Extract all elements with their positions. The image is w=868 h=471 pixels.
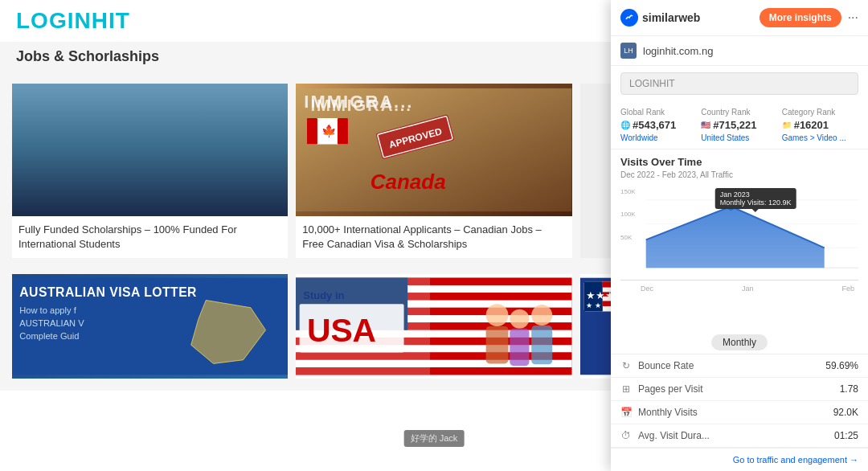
svg-point-8 bbox=[55, 91, 88, 124]
chart-x-labels: Dec Jan Feb bbox=[620, 283, 858, 294]
insights-button[interactable]: More insights bbox=[760, 8, 841, 27]
global-rank-item: Global Rank 🌐 #543,671 Worldwide bbox=[620, 108, 697, 142]
similarweb-panel: similarweb More insights ··· LH loginhit… bbox=[611, 0, 868, 471]
svg-rect-1 bbox=[162, 118, 184, 186]
article-text-graduation: Fully Funded Scholarships – 100% Funded … bbox=[12, 216, 288, 258]
more-options-button[interactable]: ··· bbox=[848, 10, 858, 25]
svg-point-53 bbox=[532, 305, 553, 326]
svg-rect-54 bbox=[486, 326, 509, 363]
svg-rect-18 bbox=[338, 118, 348, 144]
monthly-visits-value: 92.0K bbox=[833, 407, 858, 418]
svg-rect-56 bbox=[532, 326, 553, 364]
svg-rect-3 bbox=[187, 125, 208, 185]
monthly-badge[interactable]: Monthly bbox=[711, 334, 768, 350]
pages-visit-label: Pages per Visit bbox=[638, 383, 703, 395]
chart-tooltip: Jan 2023 Monthly Visits: 120.9K bbox=[715, 188, 796, 209]
bounce-rate-row: ↻ Bounce Rate 59.69% bbox=[611, 354, 868, 378]
pages-visit-value: 1.78 bbox=[840, 383, 858, 395]
monthly-label-area: Monthly bbox=[611, 331, 868, 354]
sw-stats: ↻ Bounce Rate 59.69% ⊞ Pages per Visit 1… bbox=[611, 354, 868, 448]
chart-area: Jan 2023 Monthly Visits: 120.9K 150K 100… bbox=[620, 184, 858, 281]
sw-logo-icon bbox=[620, 9, 638, 27]
sw-footer: Go to traffic and engagement → bbox=[611, 448, 868, 471]
sw-search-bar[interactable]: LOGINHIT bbox=[620, 72, 858, 95]
svg-text:🍁: 🍁 bbox=[321, 124, 337, 138]
chart-subtitle: Dec 2022 - Feb 2023, All Traffic bbox=[620, 170, 858, 179]
pages-per-visit-row: ⊞ Pages per Visit 1.78 bbox=[611, 378, 868, 401]
svg-text:★ ★: ★ ★ bbox=[586, 301, 601, 309]
article-card-australia[interactable]: AUSTRALIAN VISA LOTTER How to apply f AU… bbox=[12, 274, 288, 379]
svg-text:Canada: Canada bbox=[371, 170, 446, 194]
svg-rect-9 bbox=[55, 94, 88, 100]
country-rank-sub: United States bbox=[701, 133, 777, 142]
category-rank-item: Category Rank 📁 #16201 Games > Video ... bbox=[782, 108, 858, 142]
canada-image: IMMIGRA... 🍁 APPROVED Canada bbox=[296, 84, 571, 216]
sw-header: similarweb More insights ··· bbox=[611, 0, 868, 36]
country-rank-item: Country Rank 🇺🇸 #715,221 United States bbox=[701, 108, 777, 142]
country-rank-label: Country Rank bbox=[701, 108, 777, 117]
search-placeholder: LOGINHIT bbox=[629, 78, 675, 89]
global-rank-value: 🌐 #543,671 bbox=[620, 119, 697, 131]
chart-title: Visits Over Time bbox=[620, 156, 858, 168]
svg-point-52 bbox=[510, 309, 530, 329]
svg-text:AUSTRALIAN VISA LOTTER: AUSTRALIAN VISA LOTTER bbox=[19, 285, 197, 299]
monthly-visits-row: 📅 Monthly Visits 92.0K bbox=[611, 401, 868, 424]
svg-rect-0 bbox=[12, 88, 288, 211]
monthly-visits-label: Monthly Visits bbox=[638, 407, 698, 418]
svg-point-51 bbox=[486, 305, 509, 327]
footer-link[interactable]: Go to traffic and engagement → bbox=[620, 455, 858, 465]
avg-duration-label: Avg. Visit Dura... bbox=[638, 430, 710, 441]
bounce-rate-value: 59.69% bbox=[825, 360, 858, 371]
sw-logo-text: similarweb bbox=[642, 11, 700, 24]
graduation-image bbox=[12, 84, 288, 216]
svg-rect-11 bbox=[87, 148, 113, 166]
svg-rect-5 bbox=[210, 129, 228, 186]
bounce-rate-icon: ↻ bbox=[620, 360, 632, 371]
bounce-rate-label: Bounce Rate bbox=[638, 360, 694, 371]
chart-y-labels: 150K 100K 50K 0 bbox=[620, 184, 636, 268]
svg-text:Complete Guid: Complete Guid bbox=[19, 331, 79, 341]
svg-point-2 bbox=[162, 104, 184, 126]
article-card-canada[interactable]: IMMIGRA... 🍁 APPROVED Canada 10 bbox=[296, 84, 571, 258]
site-favicon: LH bbox=[620, 43, 637, 59]
svg-text:USA: USA bbox=[307, 312, 376, 349]
svg-text:IMMIGRA...: IMMIGRA... bbox=[311, 96, 412, 114]
sw-site-name: loginhit.com.ng bbox=[643, 45, 713, 57]
pages-visit-icon: ⊞ bbox=[620, 383, 632, 395]
avg-duration-value: 01:25 bbox=[834, 430, 858, 441]
sw-site-row: LH loginhit.com.ng bbox=[611, 36, 868, 66]
svg-rect-55 bbox=[510, 329, 530, 366]
svg-text:AUSTRALIAN V: AUSTRALIAN V bbox=[19, 318, 84, 328]
article-card-graduation[interactable]: Fully Funded Scholarships – 100% Funded … bbox=[12, 84, 288, 258]
country-rank-value: 🇺🇸 #715,221 bbox=[701, 119, 777, 131]
sw-header-right: More insights ··· bbox=[760, 8, 858, 27]
svg-text:How to apply f: How to apply f bbox=[19, 306, 76, 316]
watermark: 好学的 Jack bbox=[404, 430, 465, 447]
category-rank-sub: Games > Video ... bbox=[782, 133, 858, 142]
sw-chart-section: Visits Over Time Dec 2022 - Feb 2023, Al… bbox=[611, 149, 868, 331]
monthly-visits-icon: 📅 bbox=[620, 407, 632, 418]
category-rank-value: 📁 #16201 bbox=[782, 119, 858, 131]
svg-point-6 bbox=[210, 117, 227, 134]
svg-text:Study in: Study in bbox=[304, 289, 345, 301]
category-rank-label: Category Rank bbox=[782, 108, 858, 117]
svg-rect-17 bbox=[307, 118, 317, 144]
avg-duration-icon: ⏱ bbox=[620, 430, 632, 441]
svg-rect-10 bbox=[63, 91, 80, 96]
sw-logo: similarweb bbox=[620, 9, 700, 27]
article-text-canada: 10,000+ International Applicants – Canad… bbox=[296, 216, 571, 258]
svg-rect-7 bbox=[49, 111, 94, 211]
article-card-usa[interactable]: Study in Study in USA bbox=[296, 274, 571, 379]
global-rank-sub: Worldwide bbox=[620, 133, 697, 142]
global-rank-label: Global Rank bbox=[620, 108, 697, 117]
svg-point-4 bbox=[188, 113, 207, 132]
sw-ranks: Global Rank 🌐 #543,671 Worldwide Country… bbox=[611, 101, 868, 149]
avg-duration-row: ⏱ Avg. Visit Dura... 01:25 bbox=[611, 424, 868, 448]
